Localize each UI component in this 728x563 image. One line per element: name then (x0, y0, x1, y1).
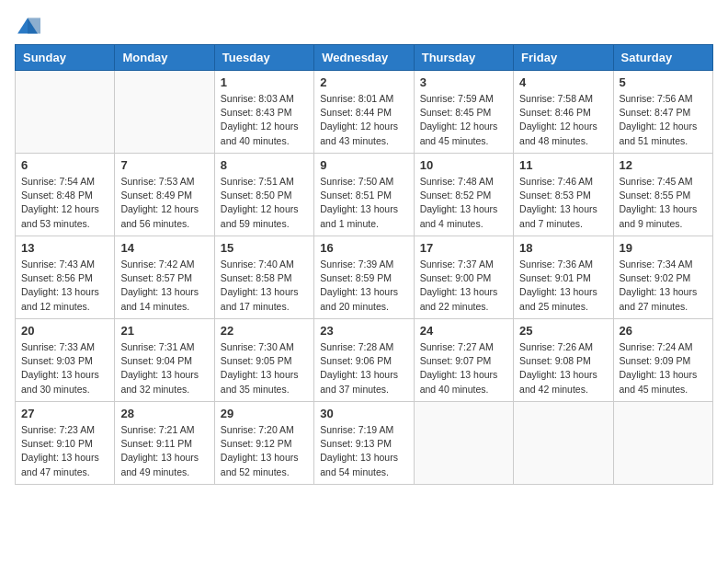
day-info: Sunrise: 7:51 AM Sunset: 8:50 PM Dayligh… (221, 175, 308, 231)
calendar-cell: 18Sunrise: 7:36 AM Sunset: 9:01 PM Dayli… (514, 236, 613, 319)
calendar-cell: 16Sunrise: 7:39 AM Sunset: 8:59 PM Dayli… (314, 236, 414, 319)
calendar-cell: 25Sunrise: 7:26 AM Sunset: 9:08 PM Dayli… (514, 319, 613, 402)
day-number: 18 (519, 241, 607, 255)
calendar-cell: 17Sunrise: 7:37 AM Sunset: 9:00 PM Dayli… (414, 236, 513, 319)
calendar-week-2: 6Sunrise: 7:54 AM Sunset: 8:48 PM Daylig… (16, 154, 713, 236)
calendar-cell: 29Sunrise: 7:20 AM Sunset: 9:12 PM Dayli… (214, 402, 313, 485)
day-number: 10 (420, 158, 507, 172)
day-info: Sunrise: 7:34 AM Sunset: 9:02 PM Dayligh… (620, 258, 707, 314)
day-info: Sunrise: 7:58 AM Sunset: 8:46 PM Dayligh… (519, 92, 607, 148)
calendar-cell: 14Sunrise: 7:42 AM Sunset: 8:57 PM Dayli… (115, 236, 214, 319)
day-number: 13 (21, 241, 108, 255)
calendar-cell (514, 402, 613, 485)
day-number: 12 (620, 158, 707, 172)
calendar-cell: 9Sunrise: 7:50 AM Sunset: 8:51 PM Daylig… (314, 154, 414, 236)
calendar-cell: 27Sunrise: 7:23 AM Sunset: 9:10 PM Dayli… (16, 402, 115, 485)
day-info: Sunrise: 7:33 AM Sunset: 9:03 PM Dayligh… (21, 340, 108, 396)
day-info: Sunrise: 7:39 AM Sunset: 8:59 PM Dayligh… (320, 258, 407, 314)
day-info: Sunrise: 7:40 AM Sunset: 8:58 PM Dayligh… (221, 258, 308, 314)
day-number: 5 (620, 75, 707, 89)
calendar-cell (16, 71, 115, 154)
calendar-cell: 28Sunrise: 7:21 AM Sunset: 9:11 PM Dayli… (115, 402, 214, 485)
day-info: Sunrise: 7:50 AM Sunset: 8:51 PM Dayligh… (320, 175, 407, 231)
day-header-sunday: Sunday (16, 45, 115, 71)
day-number: 1 (221, 75, 308, 89)
calendar-cell: 6Sunrise: 7:54 AM Sunset: 8:48 PM Daylig… (16, 154, 115, 236)
calendar-cell: 10Sunrise: 7:48 AM Sunset: 8:52 PM Dayli… (414, 154, 513, 236)
day-number: 30 (320, 407, 407, 420)
calendar-cell: 26Sunrise: 7:24 AM Sunset: 9:09 PM Dayli… (613, 319, 712, 402)
day-number: 8 (221, 158, 308, 172)
calendar-cell: 12Sunrise: 7:45 AM Sunset: 8:55 PM Dayli… (613, 154, 712, 236)
day-number: 23 (320, 324, 407, 338)
day-number: 11 (519, 158, 607, 172)
day-number: 6 (21, 158, 108, 172)
day-header-friday: Friday (514, 45, 613, 71)
calendar-cell: 1Sunrise: 8:03 AM Sunset: 8:43 PM Daylig… (214, 71, 313, 154)
day-info: Sunrise: 7:48 AM Sunset: 8:52 PM Dayligh… (420, 175, 507, 231)
day-number: 21 (120, 324, 208, 338)
day-info: Sunrise: 7:37 AM Sunset: 9:00 PM Dayligh… (420, 258, 507, 314)
calendar-cell: 8Sunrise: 7:51 AM Sunset: 8:50 PM Daylig… (214, 154, 313, 236)
day-info: Sunrise: 7:30 AM Sunset: 9:05 PM Dayligh… (221, 340, 308, 396)
calendar-header-row: SundayMondayTuesdayWednesdayThursdayFrid… (16, 45, 713, 71)
svg-marker-1 (28, 17, 40, 33)
day-info: Sunrise: 7:20 AM Sunset: 9:12 PM Dayligh… (221, 423, 308, 479)
day-info: Sunrise: 7:26 AM Sunset: 9:08 PM Dayligh… (519, 340, 607, 396)
calendar-cell (613, 402, 712, 485)
calendar-week-5: 27Sunrise: 7:23 AM Sunset: 9:10 PM Dayli… (16, 402, 713, 485)
day-header-tuesday: Tuesday (214, 45, 313, 71)
day-info: Sunrise: 7:54 AM Sunset: 8:48 PM Dayligh… (21, 175, 108, 231)
logo-icon (15, 15, 40, 37)
calendar-cell: 20Sunrise: 7:33 AM Sunset: 9:03 PM Dayli… (16, 319, 115, 402)
calendar-cell: 11Sunrise: 7:46 AM Sunset: 8:53 PM Dayli… (514, 154, 613, 236)
day-info: Sunrise: 7:21 AM Sunset: 9:11 PM Dayligh… (120, 423, 208, 479)
day-number: 22 (221, 324, 308, 338)
day-header-monday: Monday (115, 45, 214, 71)
logo (15, 15, 44, 37)
day-number: 4 (519, 75, 607, 89)
day-info: Sunrise: 7:36 AM Sunset: 9:01 PM Dayligh… (519, 258, 607, 314)
calendar-cell (414, 402, 513, 485)
day-number: 3 (420, 75, 507, 89)
day-info: Sunrise: 7:56 AM Sunset: 8:47 PM Dayligh… (620, 92, 707, 148)
calendar-cell: 19Sunrise: 7:34 AM Sunset: 9:02 PM Dayli… (613, 236, 712, 319)
day-number: 16 (320, 241, 407, 255)
calendar-cell (115, 71, 214, 154)
day-number: 29 (221, 407, 308, 420)
day-number: 14 (120, 241, 208, 255)
calendar-week-1: 1Sunrise: 8:03 AM Sunset: 8:43 PM Daylig… (16, 71, 713, 154)
day-number: 2 (320, 75, 407, 89)
day-number: 19 (620, 241, 707, 255)
header (15, 15, 713, 37)
day-info: Sunrise: 7:28 AM Sunset: 9:06 PM Dayligh… (320, 340, 407, 396)
day-info: Sunrise: 7:43 AM Sunset: 8:56 PM Dayligh… (21, 258, 108, 314)
day-info: Sunrise: 7:23 AM Sunset: 9:10 PM Dayligh… (21, 423, 108, 479)
day-number: 26 (620, 324, 707, 338)
day-number: 17 (420, 241, 507, 255)
calendar-cell: 15Sunrise: 7:40 AM Sunset: 8:58 PM Dayli… (214, 236, 313, 319)
day-info: Sunrise: 7:24 AM Sunset: 9:09 PM Dayligh… (620, 340, 707, 396)
day-info: Sunrise: 7:45 AM Sunset: 8:55 PM Dayligh… (620, 175, 707, 231)
day-number: 9 (320, 158, 407, 172)
calendar-cell: 23Sunrise: 7:28 AM Sunset: 9:06 PM Dayli… (314, 319, 414, 402)
day-number: 20 (21, 324, 108, 338)
calendar-cell: 5Sunrise: 7:56 AM Sunset: 8:47 PM Daylig… (613, 71, 712, 154)
calendar-cell: 13Sunrise: 7:43 AM Sunset: 8:56 PM Dayli… (16, 236, 115, 319)
calendar-cell: 2Sunrise: 8:01 AM Sunset: 8:44 PM Daylig… (314, 71, 414, 154)
day-info: Sunrise: 7:59 AM Sunset: 8:45 PM Dayligh… (420, 92, 507, 148)
calendar-cell: 3Sunrise: 7:59 AM Sunset: 8:45 PM Daylig… (414, 71, 513, 154)
day-info: Sunrise: 7:42 AM Sunset: 8:57 PM Dayligh… (120, 258, 208, 314)
day-info: Sunrise: 8:01 AM Sunset: 8:44 PM Dayligh… (320, 92, 407, 148)
day-number: 25 (519, 324, 607, 338)
calendar-cell: 21Sunrise: 7:31 AM Sunset: 9:04 PM Dayli… (115, 319, 214, 402)
calendar-week-4: 20Sunrise: 7:33 AM Sunset: 9:03 PM Dayli… (16, 319, 713, 402)
day-info: Sunrise: 7:19 AM Sunset: 9:13 PM Dayligh… (320, 423, 407, 479)
calendar-cell: 4Sunrise: 7:58 AM Sunset: 8:46 PM Daylig… (514, 71, 613, 154)
day-number: 15 (221, 241, 308, 255)
calendar-cell: 22Sunrise: 7:30 AM Sunset: 9:05 PM Dayli… (214, 319, 313, 402)
calendar-week-3: 13Sunrise: 7:43 AM Sunset: 8:56 PM Dayli… (16, 236, 713, 319)
calendar-table: SundayMondayTuesdayWednesdayThursdayFrid… (15, 44, 713, 485)
day-header-thursday: Thursday (414, 45, 513, 71)
day-info: Sunrise: 7:46 AM Sunset: 8:53 PM Dayligh… (519, 175, 607, 231)
